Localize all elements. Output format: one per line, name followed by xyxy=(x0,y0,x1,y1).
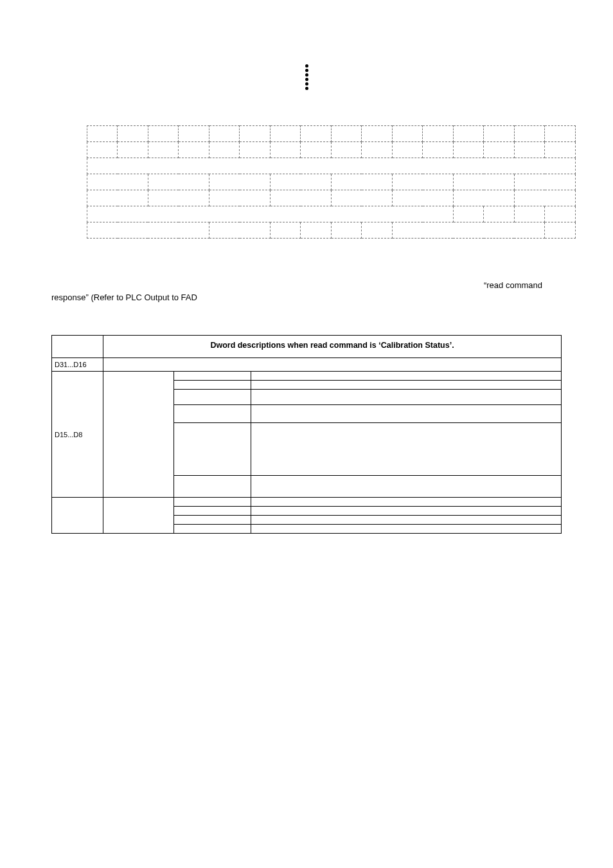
calibration-status-table: Dword descriptions when read command is … xyxy=(51,335,562,534)
row-label xyxy=(51,126,87,158)
bullet-icon xyxy=(305,73,308,77)
row-label xyxy=(51,158,87,174)
table-row: D31...D16 xyxy=(52,358,562,372)
bullet-icon xyxy=(305,82,308,86)
table-row xyxy=(51,190,575,206)
bullets xyxy=(305,64,308,90)
table-row xyxy=(51,158,575,174)
table-row xyxy=(51,142,575,158)
bullet-icon xyxy=(305,78,308,81)
row-label xyxy=(51,174,87,206)
para-right: “read command xyxy=(484,280,542,290)
bits-label xyxy=(52,498,103,534)
paragraph-fragment: “read command response” (Refer to PLC Ou… xyxy=(51,280,562,312)
table-row xyxy=(52,498,562,507)
table-row xyxy=(51,222,575,239)
table-row xyxy=(51,174,575,190)
table-row xyxy=(51,206,575,222)
bits-label: D15...D8 xyxy=(52,372,103,498)
para-left: response” (Refer to PLC Output to FAD xyxy=(51,293,197,302)
table-row xyxy=(51,126,575,142)
bits-label: D31...D16 xyxy=(52,358,103,372)
bullet-icon xyxy=(305,69,308,72)
table-header-row: Dword descriptions when read command is … xyxy=(52,336,562,358)
row-label xyxy=(51,206,87,239)
bit-grid-table xyxy=(51,125,576,239)
bullet-icon xyxy=(305,87,308,90)
table-row: D15...D8 xyxy=(52,372,562,381)
table-header: Dword descriptions when read command is … xyxy=(103,336,562,358)
header-empty xyxy=(52,336,103,358)
bullet-stack xyxy=(51,64,562,90)
page: “read command response” (Refer to PLC Ou… xyxy=(0,0,613,868)
bullet-icon xyxy=(305,64,308,68)
